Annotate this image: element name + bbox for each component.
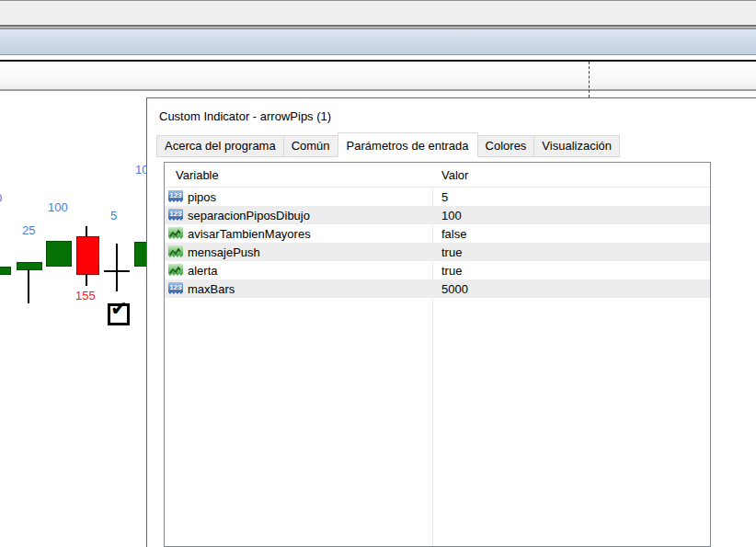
candle-bull — [17, 262, 42, 270]
tab-visualizacion[interactable]: Visualización — [533, 135, 620, 157]
numeric-icon: 123 — [168, 282, 183, 294]
parameter-name: avisarTambienMayores — [188, 227, 311, 241]
parameter-row[interactable]: mensajePushtrue — [165, 243, 710, 261]
checkmark-icon: ✔ — [110, 299, 127, 319]
parameter-row[interactable]: 123maxBars5000 — [165, 279, 710, 298]
parameter-row[interactable]: 123separacionPiposDibujo100 — [165, 206, 710, 224]
pip-label: 100 — [48, 200, 68, 214]
pip-label-red: 155 — [75, 289, 96, 302]
bool-icon — [168, 245, 183, 257]
toolbar-band — [0, 29, 756, 55]
parameter-value[interactable]: 5 — [441, 190, 448, 204]
pip-label: 0 — [0, 191, 2, 205]
bool-icon — [168, 264, 183, 276]
parameter-value[interactable]: 5000 — [441, 282, 468, 296]
tab-colores[interactable]: Colores — [477, 135, 535, 157]
tab-acerca-del-programa[interactable]: Acerca del programa — [156, 135, 284, 157]
parameter-name: mensajePush — [188, 245, 260, 259]
tab-comun[interactable]: Común — [283, 135, 338, 157]
menu-bar-area — [0, 1, 756, 25]
doji-candle-wick — [116, 244, 118, 291]
application-window: 0 100 25 5 10 155 ✔ Custom Indicator - a… — [0, 0, 756, 547]
numeric-icon: 123 — [168, 209, 183, 221]
pip-label: 25 — [22, 223, 35, 237]
candle-bear — [76, 236, 99, 275]
dialog-title: Custom Indicator - arrowPips (1) — [159, 109, 331, 123]
parameter-name: pipos — [188, 190, 216, 204]
parameter-row[interactable]: alertatrue — [165, 261, 710, 279]
parameter-row[interactable]: 123pipos5 — [165, 188, 710, 206]
doji-candle-body — [104, 270, 130, 272]
candle-wick — [28, 269, 29, 303]
parameter-value[interactable]: false — [441, 227, 466, 241]
pip-label: 5 — [110, 209, 117, 222]
candle-wick — [86, 226, 87, 236]
candle-bull — [46, 241, 72, 267]
bool-icon — [168, 227, 183, 239]
custom-indicator-dialog: Custom Indicator - arrowPips (1) Acerca … — [146, 97, 756, 547]
chart-header-band — [0, 62, 756, 91]
parameter-value[interactable]: 100 — [441, 209, 462, 222]
table-header: Variable Valor — [165, 163, 710, 188]
parameters-table: Variable Valor 123pipos5123separacionPip… — [164, 162, 711, 547]
parameter-name: alerta — [188, 264, 218, 278]
parameter-value[interactable]: true — [441, 264, 462, 278]
candle-wick — [86, 274, 87, 286]
parameter-value[interactable]: true — [441, 245, 462, 259]
parameter-name: separacionPiposDibujo — [188, 209, 310, 222]
column-header-valor: Valor — [441, 168, 468, 182]
table-body: 123pipos5123separacionPiposDibujo100avis… — [165, 188, 710, 298]
parameter-row[interactable]: avisarTambienMayoresfalse — [165, 224, 710, 243]
tab-parametros-de-entrada[interactable]: Parámetros de entrada — [338, 132, 478, 157]
candle-bull — [0, 267, 11, 275]
chart-checkbox[interactable]: ✔ — [108, 303, 130, 325]
column-header-variable: Variable — [176, 168, 219, 182]
parameter-name: maxBars — [188, 282, 235, 296]
dialog-tab-bar: Acerca del programa Común Parámetros de … — [156, 132, 619, 157]
numeric-icon: 123 — [168, 190, 183, 202]
